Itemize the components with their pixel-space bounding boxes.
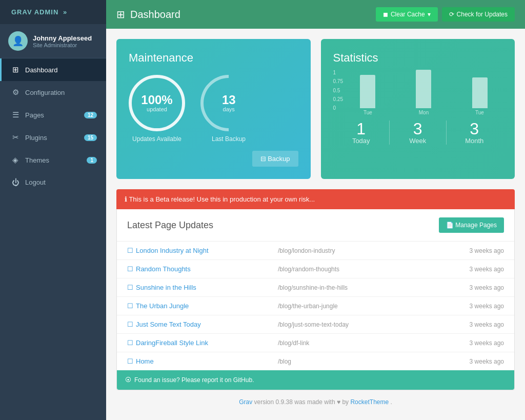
pages-badge: 12 <box>84 112 97 118</box>
stats-numbers: 1 Today 3 Week 3 Month <box>333 121 503 145</box>
page-icon-5: ☐ <box>127 339 133 347</box>
page-path-0: /blog/london-industry <box>278 247 429 254</box>
circle-updated: 100% updated Updates Available <box>129 75 185 143</box>
page-icon-3: ☐ <box>127 302 133 310</box>
y-label-05: 0.5 <box>333 88 343 93</box>
table-row: ☐ Home /blog 3 weeks ago <box>117 352 514 370</box>
cache-dropdown-icon: ▾ <box>428 11 431 18</box>
sidebar-item-configuration[interactable]: ⚙ Configuration <box>0 81 106 104</box>
page-icon-4: ☐ <box>127 321 133 328</box>
plugins-icon: ✂ <box>11 133 20 142</box>
rocket-link[interactable]: RocketTheme <box>350 398 389 406</box>
footer-version: version 0.9.38 was made with <box>254 398 335 406</box>
circle-updated-value: 100% updated <box>141 94 172 112</box>
logout-icon: ⏻ <box>11 178 20 187</box>
sidebar-item-themes[interactable]: ◈ Themes 1 <box>0 149 106 171</box>
user-name: Johnny Appleseed <box>33 34 92 42</box>
page-icon-6: ☐ <box>127 357 133 365</box>
circle-updated-label: Updates Available <box>129 135 185 143</box>
manage-pages-button[interactable]: 📄 Manage Pages <box>439 217 504 233</box>
page-path-5: /blog/df-link <box>278 339 429 347</box>
y-label-075: 0.75 <box>333 78 343 84</box>
y-label-0: 0 <box>333 105 343 111</box>
cards-row: Maintenance 100% updated Updates Availab… <box>116 39 515 179</box>
beta-text: This is a Beta release! Use this in prod… <box>129 195 315 203</box>
heart-icon: ♥ <box>337 398 342 406</box>
page-link-5[interactable]: ☐ DaringFireball Style Link <box>127 339 278 347</box>
grav-link[interactable]: Grav <box>239 398 252 406</box>
circle-backup-label: Last Backup <box>200 135 257 143</box>
page-link-4[interactable]: ☐ Just Some Text Today <box>127 321 278 328</box>
page-link-2[interactable]: ☐ Sunshine in the Hills <box>127 284 278 291</box>
doc-icon: 📄 <box>446 222 455 229</box>
page-title-3: The Urban Jungle <box>136 302 189 310</box>
statistics-card: Statistics 1 0.75 0.5 0.25 0 Tue <box>321 39 515 179</box>
page-title-0: London Industry at Night <box>136 247 209 254</box>
page-time-2: 3 weeks ago <box>429 284 504 291</box>
chart-label-0: Tue <box>364 110 372 115</box>
site-footer: Grav version 0.9.38 was made with ♥ by R… <box>116 390 515 414</box>
update-icon: ⟳ <box>449 11 454 18</box>
page-link-3[interactable]: ☐ The Urban Jungle <box>127 302 278 310</box>
page-time-6: 3 weeks ago <box>429 358 504 365</box>
plugins-label: Plugins <box>25 134 47 142</box>
page-title-4: Just Some Text Today <box>136 321 201 328</box>
beta-banner: ℹ This is a Beta release! Use this in pr… <box>116 189 515 209</box>
sidebar-item-logout[interactable]: ⏻ Logout <box>0 171 106 193</box>
table-row: ☐ The Urban Jungle /blog/the-urban-jungl… <box>117 297 514 315</box>
backup-button[interactable]: ⊟ Backup <box>252 151 298 167</box>
github-icon: ⦿ <box>125 376 131 384</box>
circle-updated-ring: 100% updated <box>129 75 185 131</box>
github-footer: ⦿ Found an issue? Please report it on Gi… <box>117 370 514 390</box>
backup-label: Backup <box>268 155 290 163</box>
stat-month: 3 Month <box>446 121 503 145</box>
github-text: Found an issue? Please report it on GitH… <box>134 376 254 384</box>
chart-bar-2 <box>472 77 488 108</box>
sidebar-item-plugins[interactable]: ✂ Plugins 15 <box>0 126 106 149</box>
maintenance-circles: 100% updated Updates Available 13 days <box>129 75 298 143</box>
chart-col-2: Tue <box>457 77 502 115</box>
check-updates-button[interactable]: ⟳ Check for Updates <box>442 7 515 22</box>
pages-label: Pages <box>25 111 44 119</box>
page-icon-0: ☐ <box>127 247 133 254</box>
circle-backup-inner: 13 days <box>222 94 236 112</box>
page-path-3: /blog/the-urban-jungle <box>278 303 429 310</box>
sidebar-item-pages[interactable]: ☰ Pages 12 <box>0 104 106 126</box>
sidebar-item-dashboard[interactable]: ⊞ Dashboard <box>0 58 106 81</box>
stat-week: 3 Week <box>389 121 446 145</box>
brand-text: GRAV ADMIN <box>11 8 58 16</box>
page-time-0: 3 weeks ago <box>429 247 504 254</box>
maintenance-title: Maintenance <box>129 51 298 65</box>
page-path-4: /blog/just-some-text-today <box>278 321 429 328</box>
clear-cache-button[interactable]: ◼ Clear Cache ▾ <box>376 7 438 22</box>
page-link-1[interactable]: ☐ Random Thoughts <box>127 265 278 273</box>
table-row: ☐ Just Some Text Today /blog/just-some-t… <box>117 315 514 334</box>
avatar: 👤 <box>8 31 28 51</box>
grid-icon: ⊞ <box>116 8 125 21</box>
page-updates-card: Latest Page Updates 📄 Manage Pages ☐ Lon… <box>116 209 515 390</box>
page-path-2: /blog/sunshine-in-the-hills <box>278 284 429 291</box>
topbar-title: ⊞ Dashboard <box>116 8 180 21</box>
page-time-5: 3 weeks ago <box>429 339 504 347</box>
chart-container: 1 0.75 0.5 0.25 0 Tue Mon <box>333 70 503 115</box>
chart-label-1: Mon <box>419 110 429 115</box>
page-time-3: 3 weeks ago <box>429 303 504 310</box>
page-link-0[interactable]: ☐ London Industry at Night <box>127 247 278 254</box>
chart-bar-1 <box>416 70 431 108</box>
stat-month-label: Month <box>447 137 503 145</box>
page-link-6[interactable]: ☐ Home <box>127 357 278 365</box>
table-row: ☐ DaringFireball Style Link /blog/df-lin… <box>117 334 514 352</box>
page-updates-title: Latest Page Updates <box>127 220 213 231</box>
page-time-4: 3 weeks ago <box>429 321 504 328</box>
page-title: Dashboard <box>130 9 180 21</box>
y-label-025: 0.25 <box>333 96 343 102</box>
user-role: Site Administrator <box>33 42 92 48</box>
maintenance-footer: ⊟ Backup <box>129 151 298 167</box>
stat-today-value: 1 <box>333 121 390 137</box>
topbar-actions: ◼ Clear Cache ▾ ⟳ Check for Updates <box>376 7 515 22</box>
table-row: ☐ Random Thoughts /blog/random-thoughts … <box>117 260 514 278</box>
y-label-1: 1 <box>333 70 343 75</box>
page-path-6: /blog <box>278 358 429 365</box>
page-title-1: Random Thoughts <box>136 265 191 273</box>
pages-icon: ☰ <box>11 110 20 119</box>
